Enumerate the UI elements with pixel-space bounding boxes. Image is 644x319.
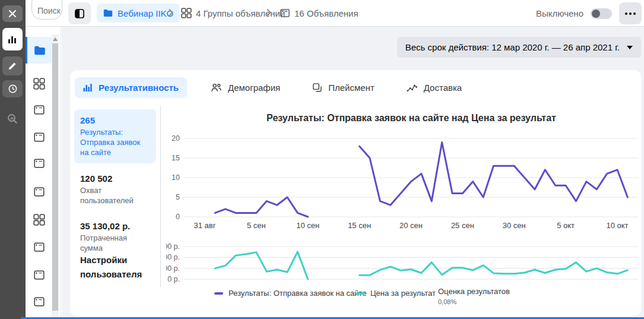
cost-chart-svg: 0 р.200 р.400 р.600 р. <box>166 239 640 284</box>
tab-placement-label: Плейсмент <box>328 83 375 93</box>
rail-item-ad[interactable] <box>26 261 52 288</box>
status-toggle[interactable] <box>591 8 612 19</box>
close-icon[interactable] <box>2 5 23 22</box>
history-clock-icon[interactable] <box>2 80 23 97</box>
rail-item-ad[interactable] <box>26 178 52 205</box>
folder-icon <box>103 8 113 18</box>
top-header: Вебинар IIKO 4 Группы объявлений 16 Объя… <box>26 0 644 27</box>
tab-performance-label: Результативность <box>99 83 179 93</box>
svg-text:10 сен: 10 сен <box>296 221 319 230</box>
edit-pencil-icon[interactable] <box>2 56 23 75</box>
svg-text:15 сен: 15 сен <box>348 221 371 230</box>
rail-item-ad[interactable] <box>26 124 52 150</box>
rail-item-ad[interactable] <box>26 96 52 123</box>
legend-cost-label: Цена за результат <box>370 289 436 298</box>
breadcrumb-ads-label: 16 Объявления <box>294 8 359 18</box>
result-score-block: Оценка результатов 0,08% <box>438 287 510 305</box>
date-range-label: Весь срок действия: 12 мар 2020 г. — 26 … <box>405 42 620 52</box>
date-range-selector[interactable]: Весь срок действия: 12 мар 2020 г. — 26 … <box>397 37 641 58</box>
tab-demographics-label: Демография <box>228 83 280 93</box>
bar-chart-icon <box>83 83 93 93</box>
entity-rail <box>26 27 61 319</box>
scrollbar-up-arrow-icon[interactable] <box>53 37 58 41</box>
legend-results-label: Результаты: Отправка заявок на сайте <box>229 289 367 298</box>
adsets-grid-icon <box>181 8 192 18</box>
result-score-value: 0,08% <box>438 298 510 305</box>
chevron-right-icon <box>168 7 174 18</box>
placement-icon <box>312 83 322 93</box>
scrollbar-thumb[interactable] <box>52 43 58 311</box>
toggle-knob <box>592 10 600 18</box>
svg-text:200 р.: 200 р. <box>166 264 180 273</box>
svg-text:15: 15 <box>172 154 180 162</box>
svg-text:10: 10 <box>172 173 180 182</box>
rail-item-adset[interactable] <box>26 70 52 97</box>
review-magnifier-icon[interactable] <box>2 110 23 127</box>
tab-delivery[interactable]: Доставка <box>398 77 470 98</box>
svg-text:31 авг: 31 авг <box>194 221 216 230</box>
rail-item-ad[interactable] <box>26 233 52 260</box>
svg-text:0 р.: 0 р. <box>167 275 180 283</box>
tab-demographics[interactable]: Демография <box>202 77 288 98</box>
search-input[interactable] <box>37 6 61 15</box>
delivery-scatter-icon <box>407 83 418 93</box>
tab-performance[interactable]: Результативность <box>75 77 187 98</box>
svg-text:5 окт: 5 окт <box>557 221 575 230</box>
breadcrumb-ads[interactable]: 16 Объявления <box>280 4 359 23</box>
breadcrumb-campaign[interactable]: Вебинар IIKO <box>97 4 179 23</box>
results-line-swatch <box>214 292 223 295</box>
rail-item-ad[interactable] <box>26 288 52 315</box>
svg-text:5: 5 <box>176 193 180 201</box>
svg-text:20 сен: 20 сен <box>399 221 423 230</box>
ads-manager-screen: Вебинар IIKO 4 Группы объявлений 16 Объя… <box>0 0 644 319</box>
legend-cost: Цена за результат <box>356 289 436 298</box>
breadcrumb-campaign-label: Вебинар IIKO <box>118 8 173 18</box>
legend-results: Результаты: Отправка заявок на сайте <box>214 289 367 298</box>
results-chart-svg: 0510152031 авг5 сен10 сен15 сен20 сен25 … <box>166 130 640 232</box>
cost-line-swatch <box>356 292 365 295</box>
tab-placement[interactable]: Плейсмент <box>304 77 383 98</box>
stat-spend-value: 35 130,02 р. <box>80 221 150 231</box>
stat-results-label: Результаты: Отправка заявок на сайте <box>80 127 150 157</box>
tool-rail <box>0 0 26 319</box>
stat-spend[interactable]: 35 130,02 р. Потраченная сумма <box>74 215 156 259</box>
rail-item-campaign[interactable] <box>26 37 52 64</box>
chevron-right-icon <box>266 7 272 18</box>
svg-text:400 р.: 400 р. <box>166 253 180 261</box>
collapse-panel-button[interactable] <box>68 2 91 24</box>
ad-frame-icon <box>280 8 290 18</box>
stat-reach-value: 120 502 <box>80 173 150 184</box>
panel-toggle-icon <box>74 8 85 20</box>
svg-text:10 окт: 10 окт <box>606 221 628 230</box>
performance-card: Результативность Демография Плейсмент До… <box>70 70 641 316</box>
stat-reach[interactable]: 120 502 Охват пользователей <box>74 168 156 211</box>
svg-text:5 сен: 5 сен <box>247 221 266 230</box>
tab-delivery-label: Доставка <box>424 83 462 93</box>
more-options-button[interactable] <box>619 2 642 24</box>
rail-item-adset[interactable] <box>26 206 52 233</box>
svg-text:20: 20 <box>172 134 180 143</box>
people-icon <box>211 83 222 93</box>
panel-divider <box>160 106 161 287</box>
custom-settings-label: Настройки пользователя <box>80 253 157 282</box>
stat-reach-label: Охват пользователей <box>80 185 150 206</box>
stat-results[interactable]: 265 Результаты: Отправка заявок на сайте <box>74 109 156 163</box>
rail-item-ad[interactable] <box>26 150 52 176</box>
report-tabs: Результативность Демография Плейсмент До… <box>75 77 470 98</box>
svg-text:600 р.: 600 р. <box>166 242 180 251</box>
search-box[interactable] <box>31 0 62 20</box>
stat-spend-label: Потраченная сумма <box>80 233 150 253</box>
status-toggle-label: Выключено <box>536 8 583 18</box>
svg-text:30 сен: 30 сен <box>503 221 526 230</box>
chart-title: Результаты: Отправка заявок на сайте над… <box>177 113 644 124</box>
rail-scrollbar[interactable] <box>52 34 59 319</box>
caret-down-icon <box>627 46 633 49</box>
svg-text:25 сен: 25 сен <box>451 221 474 230</box>
svg-text:0: 0 <box>176 213 180 221</box>
stat-results-value: 265 <box>80 115 150 125</box>
charts-tool-icon[interactable] <box>2 28 23 50</box>
result-score-label: Оценка результатов <box>438 287 510 296</box>
